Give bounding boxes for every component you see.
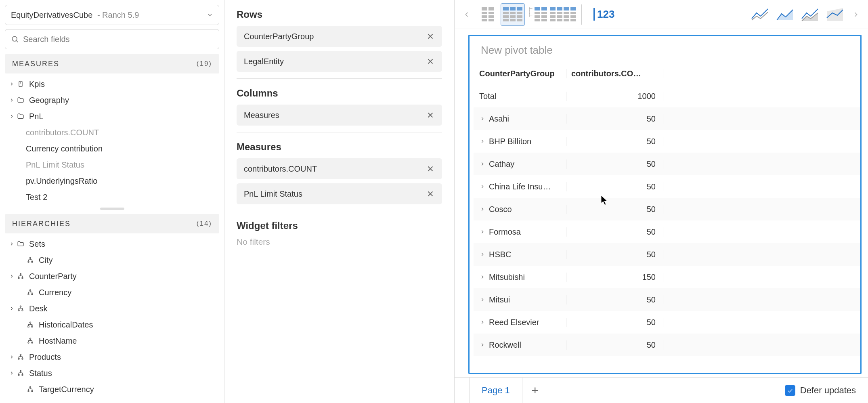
expand-row-icon[interactable]: [479, 206, 486, 212]
pivot-data-row[interactable]: Reed Elsevier50: [474, 311, 860, 334]
expand-row-icon[interactable]: [479, 229, 486, 235]
pivot-data-row[interactable]: HSBC50: [474, 243, 860, 266]
tree-item[interactable]: Status: [6, 365, 219, 381]
viz-tree-table[interactable]: ⊢⊢⊢: [526, 3, 550, 26]
columns-chip[interactable]: Measures: [237, 105, 442, 126]
hierarchies-count: (14): [197, 220, 212, 228]
pivot-header-col2[interactable]: contributors.CO…: [566, 69, 663, 78]
search-input[interactable]: [23, 35, 213, 44]
tree-item[interactable]: Test 2: [6, 189, 219, 205]
tree-item[interactable]: PnL Limit Status: [6, 157, 219, 173]
tree-item[interactable]: Desk: [6, 300, 219, 317]
chip-label: Measures: [244, 111, 279, 120]
tree-item-label: Currency: [39, 288, 71, 297]
expand-caret-icon[interactable]: [9, 304, 16, 313]
expand-caret-icon[interactable]: [9, 272, 16, 281]
pivot-header-row: CounterPartyGroup contributors.CO…: [474, 62, 860, 85]
expand-caret-icon[interactable]: [9, 112, 16, 121]
pivot-data-row[interactable]: Formosa50: [474, 220, 860, 243]
tree-item[interactable]: HostName: [6, 333, 219, 349]
expand-row-icon[interactable]: [479, 342, 486, 348]
hierarchies-section-header[interactable]: HIERARCHIES (14): [5, 214, 219, 233]
add-page-button[interactable]: +: [522, 378, 548, 403]
expand-row-icon[interactable]: [479, 184, 486, 189]
expand-row-icon[interactable]: [479, 139, 486, 144]
viz-plain-table[interactable]: [476, 3, 500, 26]
tree-item[interactable]: Products: [6, 349, 219, 365]
resize-handle[interactable]: [100, 208, 124, 210]
expand-row-icon[interactable]: [479, 274, 486, 280]
fields-panel: EquityDerivativesCube - Ranch 5.9 MEASUR…: [0, 0, 224, 403]
measures-section-header[interactable]: MEASURES (19): [5, 54, 219, 73]
remove-chip-icon[interactable]: [426, 57, 435, 66]
tree-item[interactable]: Currency contribution: [6, 141, 219, 157]
expand-row-icon[interactable]: [479, 116, 486, 122]
tree-item[interactable]: Kpis: [6, 76, 219, 92]
expand-row-icon[interactable]: [479, 297, 486, 302]
measures-zone[interactable]: contributors.COUNTPnL Limit Status: [237, 158, 442, 204]
page-tab-1[interactable]: Page 1: [469, 378, 522, 403]
columns-zone[interactable]: Measures: [237, 105, 442, 126]
search-fields[interactable]: [5, 29, 219, 49]
pivot-data-row[interactable]: Mitsubishi150: [474, 266, 860, 288]
viz-header-table[interactable]: [551, 3, 575, 26]
remove-chip-icon[interactable]: [426, 111, 435, 120]
measures-chip[interactable]: PnL Limit Status: [237, 183, 442, 204]
pivot-row-label: Cosco: [489, 205, 512, 214]
tree-item-label: Desk: [29, 304, 48, 313]
pivot-row-label: Cathay: [489, 160, 514, 169]
pivot-row-label: Asahi: [489, 114, 509, 124]
expand-caret-icon[interactable]: [9, 353, 16, 362]
rows-chip[interactable]: LegalEntity: [237, 51, 442, 72]
pivot-data-row[interactable]: Cathay50: [474, 153, 860, 175]
pivot-data-row[interactable]: Rockwell50: [474, 334, 860, 356]
pivot-data-row[interactable]: BHP Billiton50: [474, 130, 860, 153]
expand-caret-icon[interactable]: [9, 96, 16, 105]
rows-zone[interactable]: CounterPartyGroupLegalEntity: [237, 26, 442, 72]
chip-label: contributors.COUNT: [244, 164, 317, 174]
expand-caret-icon[interactable]: [9, 80, 16, 89]
tree-item[interactable]: PnL: [6, 108, 219, 124]
pivot-header-col1[interactable]: CounterPartyGroup: [474, 69, 566, 78]
tree-item-label: CounterParty: [29, 272, 77, 281]
viz-area-chart[interactable]: [773, 3, 797, 26]
tree-item[interactable]: Geography: [6, 92, 219, 108]
pivot-row-label-cell: Cosco: [474, 205, 566, 214]
svg-marker-41: [777, 10, 793, 20]
expand-row-icon[interactable]: [479, 319, 486, 325]
viz-pivot-table[interactable]: [501, 3, 525, 26]
tree-item[interactable]: HistoricalDates: [6, 317, 219, 333]
defer-updates-toggle[interactable]: Defer updates: [785, 378, 868, 403]
tree-item[interactable]: City: [6, 252, 219, 268]
toolbar-prev[interactable]: [459, 2, 475, 27]
pivot-total-label: Total: [474, 92, 566, 101]
pivot-data-row[interactable]: Cosco50: [474, 198, 860, 220]
viz-stacked-area[interactable]: [798, 3, 822, 26]
viz-combo-chart[interactable]: [823, 3, 847, 26]
toolbar-next[interactable]: [848, 2, 864, 27]
pivot-total-row[interactable]: Total 1000: [474, 85, 860, 107]
pivot-row-value: 50: [566, 318, 663, 327]
remove-chip-icon[interactable]: [426, 164, 435, 173]
pivot-data-row[interactable]: Mitsui50: [474, 288, 860, 311]
pivot-data-row[interactable]: Asahi50: [474, 107, 860, 130]
remove-chip-icon[interactable]: [426, 32, 435, 41]
pivot-data-row[interactable]: China Life Insu…50: [474, 175, 860, 198]
expand-row-icon[interactable]: [479, 161, 486, 167]
remove-chip-icon[interactable]: [426, 189, 435, 198]
tree-item[interactable]: contributors.COUNT: [6, 124, 219, 141]
tree-item[interactable]: CounterParty: [6, 268, 219, 284]
viz-line-chart[interactable]: [748, 3, 772, 26]
cube-selector[interactable]: EquityDerivativesCube - Ranch 5.9: [5, 5, 219, 25]
viz-kpi[interactable]: 123: [588, 3, 620, 26]
expand-caret-icon[interactable]: [9, 369, 16, 378]
pivot-card[interactable]: New pivot table CounterPartyGroup contri…: [468, 35, 862, 374]
expand-caret-icon[interactable]: [9, 239, 16, 249]
tree-item[interactable]: Sets: [6, 236, 219, 252]
tree-item[interactable]: pv.UnderlyingsRatio: [6, 173, 219, 189]
tree-item[interactable]: TargetCurrency: [6, 381, 219, 397]
tree-item[interactable]: Currency: [6, 284, 219, 300]
rows-chip[interactable]: CounterPartyGroup: [237, 26, 442, 47]
measures-chip[interactable]: contributors.COUNT: [237, 158, 442, 179]
expand-row-icon[interactable]: [479, 252, 486, 257]
